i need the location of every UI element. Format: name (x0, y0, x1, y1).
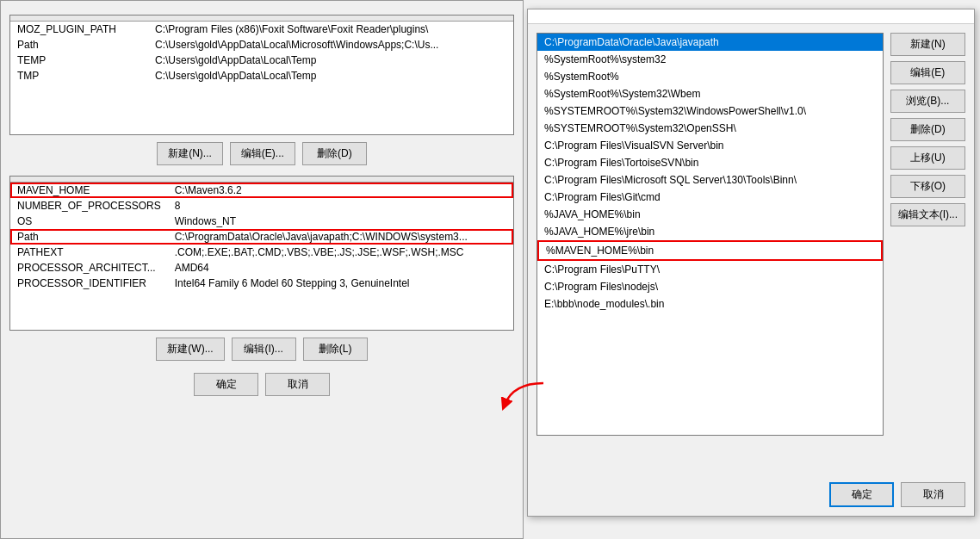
sys-table-container: MAVEN_HOMEC:\Maven3.6.2NUMBER_OF_PROCESS… (9, 176, 514, 331)
edit-down-button[interactable]: 下移(O) (890, 175, 965, 198)
sys-var-name: PROCESSOR_IDENTIFIER (10, 276, 168, 291)
edit-dialog-title-bar (528, 9, 974, 24)
user-table-container: MOZ_PLUGIN_PATHC:\Program Files (x86)\Fo… (9, 15, 514, 135)
sys-env-table: MAVEN_HOMEC:\Maven3.6.2NUMBER_OF_PROCESS… (10, 177, 513, 291)
sys-var-value: Windows_NT (168, 214, 513, 229)
sys-var-name: OS (10, 214, 168, 229)
edit-dialog-content: C:\ProgramData\Oracle\Java\javapath%Syst… (528, 24, 974, 444)
edit-dialog-footer: 确定取消 (829, 482, 965, 507)
user-table-row[interactable]: MOZ_PLUGIN_PATHC:\Program Files (x86)\Fo… (10, 22, 513, 38)
sys-table-row[interactable]: MAVEN_HOMEC:\Maven3.6.2 (10, 183, 513, 199)
sys-var-value: .COM;.EXE;.BAT;.CMD;.VBS;.VBE;.JS;.JSE;.… (168, 245, 513, 260)
path-list-item[interactable]: %JAVA_HOME%\jre\bin (537, 223, 883, 240)
edit-text-button[interactable]: 编辑文本(I)... (890, 203, 965, 226)
path-list-item[interactable]: C:\Program Files\VisualSVN Server\bin (537, 137, 883, 154)
sys-var-value: 8 (168, 198, 513, 214)
path-list-item[interactable]: C:\Program Files\TortoiseSVN\bin (537, 154, 883, 171)
sys-var-value: C:\ProgramData\Oracle\Java\javapath;C:\W… (168, 229, 513, 245)
edit-env-dialog: C:\ProgramData\Oracle\Java\javapath%Syst… (527, 9, 975, 517)
path-list-container: C:\ProgramData\Oracle\Java\javapath%Syst… (537, 33, 884, 436)
user-variables-section: MOZ_PLUGIN_PATHC:\Program Files (x86)\Fo… (9, 15, 514, 165)
path-list-item[interactable]: C:\Program Files\Git\cmd (537, 189, 883, 206)
user-var-name: TEMP (10, 53, 148, 68)
path-list-item[interactable]: %SystemRoot%\system32 (537, 51, 883, 68)
user-buttons-row: 新建(N)...编辑(E)...删除(D) (9, 142, 514, 165)
user-var-name: Path (10, 37, 148, 53)
user-var-value: C:\Program Files (x86)\Foxit Software\Fo… (148, 22, 513, 38)
edit-up-button[interactable]: 上移(U) (890, 146, 965, 170)
user-table-row[interactable]: TMPC:\Users\gold\AppData\Local\Temp (10, 68, 513, 84)
edit-action-buttons: 新建(N)编辑(E)浏览(B)...删除(D)上移(U)下移(O)编辑文本(I)… (890, 33, 965, 436)
main-env-dialog: MOZ_PLUGIN_PATHC:\Program Files (x86)\Fo… (0, 0, 524, 539)
path-list-item[interactable]: %JAVA_HOME%\bin (537, 206, 883, 223)
user-table-row[interactable]: TEMPC:\Users\gold\AppData\Local\Temp (10, 53, 513, 68)
sys-buttons-row: 新建(W)...编辑(I)...删除(L) (9, 338, 514, 361)
sys-var-value: Intel64 Family 6 Model 60 Stepping 3, Ge… (168, 276, 513, 291)
sys-var-value: AMD64 (168, 260, 513, 276)
user-env-table: MOZ_PLUGIN_PATHC:\Program Files (x86)\Fo… (10, 15, 513, 84)
path-list-item[interactable]: %SystemRoot%\System32\Wbem (537, 85, 883, 102)
sys-var-name: NUMBER_OF_PROCESSORS (10, 198, 168, 214)
sys-var-name: PROCESSOR_ARCHITECT... (10, 260, 168, 276)
footer-ok-button[interactable]: 确定 (829, 482, 894, 507)
path-list-item[interactable]: C:\ProgramData\Oracle\Java\javapath (537, 34, 883, 51)
user-table-row[interactable]: PathC:\Users\gold\AppData\Local\Microsof… (10, 37, 513, 53)
edit-edit-button[interactable]: 编辑(E) (890, 61, 965, 84)
sys-var-value: C:\Maven3.6.2 (168, 183, 513, 199)
sys-table-row[interactable]: PROCESSOR_IDENTIFIERIntel64 Family 6 Mod… (10, 276, 513, 291)
sys-table-row[interactable]: PROCESSOR_ARCHITECT...AMD64 (10, 260, 513, 276)
user-var-name: MOZ_PLUGIN_PATH (10, 22, 148, 38)
sys-var-name: PATHEXT (10, 245, 168, 260)
user-new-button[interactable]: 新建(N)... (157, 142, 223, 165)
sys-edit-button[interactable]: 编辑(I)... (232, 338, 296, 361)
path-list-item[interactable]: %SystemRoot% (537, 68, 883, 85)
user-delete-button[interactable]: 删除(D) (302, 142, 367, 165)
user-edit-button[interactable]: 编辑(E)... (230, 142, 295, 165)
sys-var-name: MAVEN_HOME (10, 183, 168, 199)
path-list-item[interactable]: C:\Program Files\nodejs\ (537, 278, 883, 295)
confirm-cancel-button[interactable]: 取消 (265, 373, 330, 396)
edit-browse-button[interactable]: 浏览(B)... (890, 90, 965, 113)
edit-new-button[interactable]: 新建(N) (890, 33, 965, 56)
path-list-item[interactable]: %SYSTEMROOT%\System32\WindowsPowerShell\… (537, 102, 883, 120)
path-list-item[interactable]: E:\bbb\node_modules\.bin (537, 295, 883, 313)
sys-new-button[interactable]: 新建(W)... (156, 338, 224, 361)
footer-cancel-button[interactable]: 取消 (901, 482, 965, 507)
user-var-value: C:\Users\gold\AppData\Local\Temp (148, 68, 513, 84)
main-confirm-row: 确定取消 (9, 373, 514, 396)
user-var-value: C:\Users\gold\AppData\Local\Microsoft\Wi… (148, 37, 513, 53)
sys-table-row[interactable]: OSWindows_NT (10, 214, 513, 229)
sys-table-row[interactable]: NUMBER_OF_PROCESSORS8 (10, 198, 513, 214)
path-list-item[interactable]: %SYSTEMROOT%\System32\OpenSSH\ (537, 120, 883, 137)
arrow-annotation (496, 379, 548, 416)
sys-table-row[interactable]: PathC:\ProgramData\Oracle\Java\javapath;… (10, 229, 513, 245)
edit-delete-button[interactable]: 删除(D) (890, 118, 965, 141)
user-var-value: C:\Users\gold\AppData\Local\Temp (148, 53, 513, 68)
path-list-item[interactable]: %MAVEN_HOME%\bin (537, 240, 883, 261)
sys-delete-button[interactable]: 删除(L) (303, 338, 368, 361)
path-list-item[interactable]: C:\Program Files\PuTTY\ (537, 261, 883, 278)
user-var-name: TMP (10, 68, 148, 84)
sys-table-row[interactable]: PATHEXT.COM;.EXE;.BAT;.CMD;.VBS;.VBE;.JS… (10, 245, 513, 260)
system-variables-section: MAVEN_HOMEC:\Maven3.6.2NUMBER_OF_PROCESS… (9, 176, 514, 361)
path-list-item[interactable]: C:\Program Files\Microsoft SQL Server\13… (537, 171, 883, 189)
sys-var-name: Path (10, 229, 168, 245)
confirm-ok-button[interactable]: 确定 (194, 373, 258, 396)
